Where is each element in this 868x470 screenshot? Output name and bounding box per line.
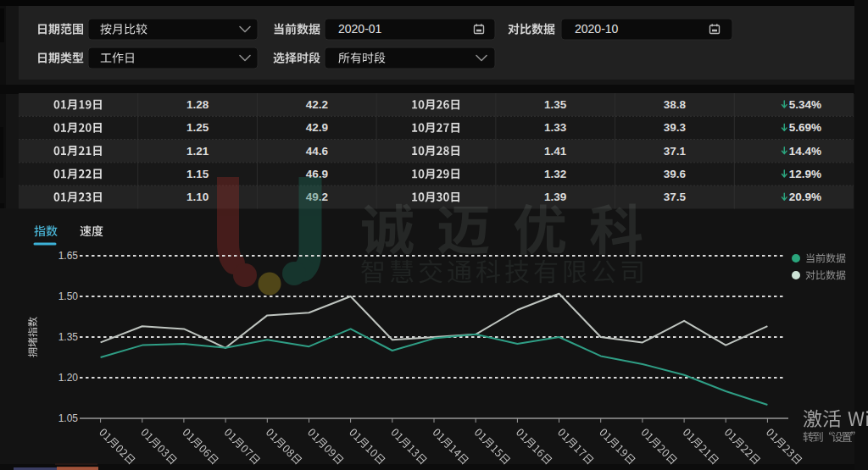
svg-text:42.9: 42.9 — [306, 121, 328, 134]
svg-text:1.15: 1.15 — [186, 168, 209, 180]
svg-text:1.39: 1.39 — [544, 191, 566, 203]
svg-text:42.2: 42.2 — [306, 98, 328, 111]
svg-text:1.33: 1.33 — [544, 121, 567, 134]
svg-text:1.10: 1.10 — [186, 191, 209, 203]
svg-text:1.32: 1.32 — [544, 168, 566, 180]
svg-text:5.34%: 5.34% — [789, 98, 821, 111]
svg-text:1.05: 1.05 — [58, 412, 79, 424]
svg-text:2020-10: 2020-10 — [575, 22, 619, 36]
svg-text:1.35: 1.35 — [544, 98, 567, 111]
svg-text:1.65: 1.65 — [58, 250, 79, 262]
svg-text:1.35: 1.35 — [58, 331, 79, 343]
svg-text:1.50: 1.50 — [58, 290, 79, 302]
svg-text:37.1: 37.1 — [664, 145, 687, 158]
svg-text:1.21: 1.21 — [186, 145, 209, 158]
svg-text:1.25: 1.25 — [186, 121, 209, 134]
svg-text:39.6: 39.6 — [664, 168, 687, 180]
svg-text:12.9%: 12.9% — [789, 168, 821, 180]
svg-text:37.5: 37.5 — [664, 191, 687, 203]
svg-text:2020-01: 2020-01 — [338, 22, 382, 36]
svg-text:14.4%: 14.4% — [789, 145, 821, 158]
svg-text:44.6: 44.6 — [306, 145, 329, 158]
svg-text:20.9%: 20.9% — [789, 191, 821, 203]
svg-text:38.8: 38.8 — [664, 98, 687, 111]
svg-text:1.41: 1.41 — [544, 145, 567, 158]
svg-text:1.20: 1.20 — [58, 372, 79, 384]
svg-text:1.28: 1.28 — [186, 98, 209, 111]
svg-text:39.3: 39.3 — [664, 121, 687, 134]
svg-text:5.69%: 5.69% — [789, 121, 821, 134]
